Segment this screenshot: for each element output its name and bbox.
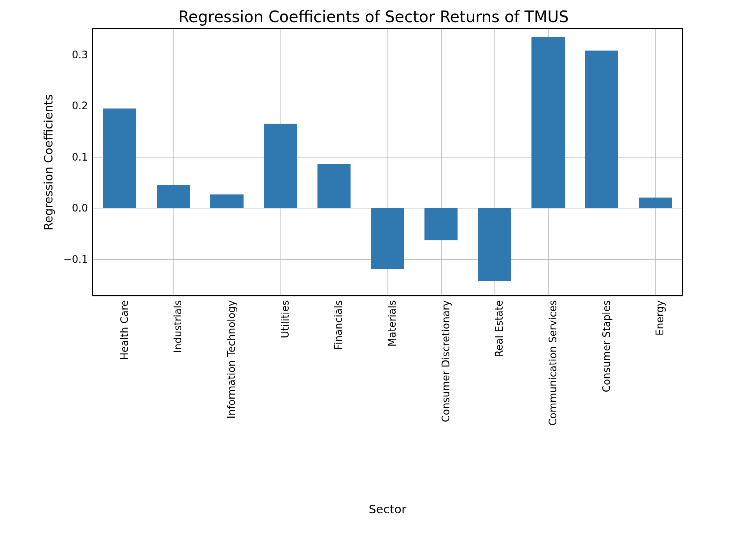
chart-title: Regression Coefficients of Sector Return… bbox=[39, 8, 708, 26]
x-tick-label: Information Technology bbox=[226, 300, 237, 418]
x-tick-label: Utilities bbox=[279, 300, 291, 338]
x-tick-label: Real Estate bbox=[493, 300, 505, 357]
bar bbox=[639, 198, 672, 208]
y-tick-label: 0.0 bbox=[72, 202, 88, 214]
bar bbox=[531, 37, 565, 208]
y-tick-column: −0.10.00.10.20.3 bbox=[58, 28, 92, 296]
gridline-vertical bbox=[441, 29, 442, 295]
gridline-vertical bbox=[334, 29, 334, 295]
chart-body: Regression Coefficients −0.10.00.10.20.3 bbox=[39, 28, 708, 296]
ylabel-column: Regression Coefficients bbox=[39, 28, 58, 296]
x-axis-label: Sector bbox=[92, 502, 683, 516]
bar bbox=[317, 164, 351, 208]
x-tick-label: Financials bbox=[333, 300, 344, 350]
bar bbox=[371, 208, 404, 268]
bar bbox=[103, 108, 136, 208]
y-tick-label: 0.1 bbox=[72, 151, 88, 163]
bar bbox=[478, 208, 511, 281]
bar bbox=[210, 194, 243, 208]
y-tick-label: 0.3 bbox=[72, 49, 88, 61]
x-tick-row: Health CareIndustrialsInformation Techno… bbox=[92, 296, 683, 499]
gridline-vertical bbox=[655, 29, 656, 295]
gridline-vertical bbox=[227, 29, 227, 295]
y-tick-label: −0.1 bbox=[63, 254, 88, 265]
gridline-vertical bbox=[173, 29, 174, 295]
x-tick-label: Health Care bbox=[119, 300, 130, 360]
bar bbox=[424, 208, 458, 240]
bar bbox=[157, 185, 190, 208]
chart-container: Regression Coefficients of Sector Return… bbox=[39, 8, 708, 552]
x-tick-label: Materials bbox=[386, 300, 398, 346]
x-tick-label: Communication Services bbox=[547, 300, 559, 426]
y-axis-label: Regression Coefficients bbox=[42, 94, 55, 230]
x-tick-label: Energy bbox=[654, 300, 666, 336]
x-tick-label: Consumer Discretionary bbox=[440, 300, 452, 422]
bar bbox=[264, 124, 297, 208]
x-tick-label: Industrials bbox=[172, 300, 184, 353]
plot-area bbox=[92, 28, 683, 296]
x-tick-label: Consumer Staples bbox=[601, 300, 612, 392]
y-tick-label: 0.2 bbox=[72, 100, 88, 112]
bar bbox=[585, 51, 618, 208]
